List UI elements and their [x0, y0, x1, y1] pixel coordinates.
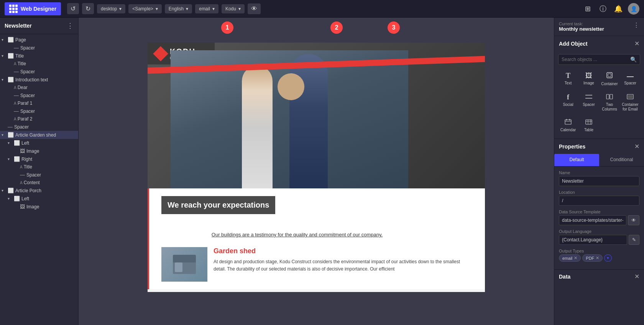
tree-item-article-garden[interactable]: ▾ ⬜ Article Garden shed [0, 131, 78, 139]
user-avatar[interactable]: 👤 [628, 3, 639, 15]
current-task: Current task: Monthly newsletter [559, 21, 604, 32]
prop-datasource-input[interactable] [559, 215, 626, 225]
tree-item-right[interactable]: ▾ ⬜ Right [0, 155, 78, 163]
obj-two-columns-label: Two Columns [601, 102, 618, 112]
channel-dropdown[interactable]: email ▾ [195, 4, 219, 13]
obj-calendar-label: Calendar [560, 128, 576, 132]
theme-dropdown[interactable]: Kodu ▾ [222, 4, 245, 13]
tree-item-spacer5[interactable]: — Spacer [0, 123, 78, 131]
notifications-button[interactable]: 🔔 [613, 3, 624, 15]
prop-name-input[interactable] [559, 176, 639, 186]
tab-conditional[interactable]: Conditional [599, 154, 644, 166]
svg-rect-0 [607, 73, 612, 78]
tree-item-content[interactable]: A Content [0, 179, 78, 186]
tree-arrow-garden: ▾ [2, 133, 8, 137]
current-task-more-button[interactable]: ⋮ [633, 21, 639, 29]
tree-item-image2[interactable]: 🖼 Image [0, 203, 78, 211]
obj-container[interactable]: Container [600, 69, 619, 89]
preview-button[interactable]: 👁 [248, 3, 261, 14]
tree-item-paraf1[interactable]: A Paraf 1 [0, 99, 78, 107]
marker-3: 3 [388, 21, 400, 34]
tree-item-spacer6[interactable]: — Spacer [0, 171, 78, 179]
tag-add-button[interactable]: ▾ [604, 254, 612, 262]
sidebar-menu-button[interactable]: ⋮ [67, 21, 74, 30]
para2-text: {Sender.Name} also offers additional sol… [161, 238, 473, 243]
search-icon: 🔍 [630, 56, 637, 63]
data-section-close-button[interactable]: ✕ [634, 273, 639, 280]
prop-language-edit-button[interactable]: ✎ [629, 235, 639, 245]
tree-label-title: Title [18, 61, 26, 66]
tree-item-title2[interactable]: A Title [0, 163, 78, 171]
tree-label-spacer3: Spacer [20, 93, 35, 98]
tree-item-spacer3[interactable]: — Spacer [0, 91, 78, 99]
obj-social-label: Social [563, 102, 573, 107]
template-dropdown[interactable]: <Sample> ▾ [128, 4, 162, 13]
obj-spacer2[interactable]: Spacer [579, 90, 599, 115]
obj-two-columns[interactable]: Two Columns [600, 90, 619, 115]
para1-link[interactable]: Our buildings are a testimony for the qu… [212, 232, 383, 238]
tree-label-image2: Image [26, 204, 39, 210]
garden-icon: ⬜ [8, 132, 14, 138]
tree-item-left2[interactable]: ▾ ⬜ Left [0, 195, 78, 203]
container-email-obj-icon [627, 93, 634, 101]
obj-social[interactable]: f Social [558, 90, 578, 115]
redo-button[interactable]: ↻ [82, 3, 94, 14]
obj-image[interactable]: 🖼 Image [579, 69, 599, 89]
svg-rect-5 [606, 94, 609, 99]
email-header-image: KODU Living today & tomorrow [148, 43, 485, 188]
prop-location-input[interactable] [559, 196, 639, 206]
properties-close-button[interactable]: ✕ [634, 143, 639, 150]
tree-arrow-title: ▾ [2, 54, 8, 58]
svg-rect-13 [586, 120, 592, 124]
prop-datasource-label: Data Source Template [559, 210, 639, 214]
tree-item-intro[interactable]: ▾ ⬜ Introduction text [0, 76, 78, 84]
prop-language-input[interactable] [559, 235, 627, 245]
tree-label-left2: Left [21, 196, 29, 201]
search-input[interactable] [562, 57, 630, 62]
tree-item-spacer2[interactable]: — Spacer [0, 68, 78, 76]
sidebar-title: Newsletter [5, 23, 32, 29]
left-accent-bar [148, 188, 149, 289]
tree-item-title[interactable]: A Title [0, 60, 78, 68]
prop-datasource-view-button[interactable]: 👁 [628, 215, 639, 225]
tab-default[interactable]: Default [554, 154, 599, 166]
svg-rect-1 [608, 74, 611, 77]
tree-item-left[interactable]: ▾ ⬜ Left [0, 139, 78, 147]
content-type-icon: A [20, 181, 23, 185]
obj-spacer[interactable]: Spacer [620, 69, 640, 89]
obj-calendar[interactable]: Calendar [558, 115, 578, 135]
info-button[interactable]: ⓘ [597, 3, 609, 15]
obj-spacer-label: Spacer [624, 81, 636, 86]
device-dropdown[interactable]: desktop ▾ [97, 4, 125, 13]
article-body: At design and production stage, Kodu Con… [214, 258, 473, 273]
obj-table[interactable]: Table [579, 115, 599, 135]
spacer1-icon: — [14, 45, 19, 51]
language-dropdown[interactable]: English ▾ [165, 4, 192, 13]
tag-email-remove-button[interactable]: ✕ [574, 256, 577, 261]
undo-button[interactable]: ↺ [67, 3, 79, 14]
tree-item-spacer4[interactable]: — Spacer [0, 107, 78, 115]
tree-item-title-group[interactable]: ▾ ⬜ Title [0, 52, 78, 60]
obj-container-email[interactable]: Container for Email [620, 90, 640, 115]
email-body: We reach your expectations Dear {Contact… [148, 188, 485, 289]
obj-table-label: Table [584, 128, 593, 132]
tree-item-spacer1[interactable]: ▾ — Spacer [0, 44, 78, 52]
obj-text[interactable]: T Text [558, 69, 578, 89]
tree-item-page[interactable]: ▾ ⬜ Page [0, 36, 78, 44]
tree-item-paraf2[interactable]: A Paraf 2 [0, 115, 78, 123]
grid-view-button[interactable]: ⊞ [582, 3, 593, 15]
tree-item-dear[interactable]: A Dear [0, 84, 78, 91]
prop-location-label: Location [559, 190, 639, 195]
tree-item-image1[interactable]: 🖼 Image [0, 147, 78, 155]
tag-pdf-label: PDF [586, 256, 594, 261]
tree-label-spacer2: Spacer [20, 69, 35, 74]
brand-logo[interactable]: Web Designer [5, 2, 61, 15]
template-chevron-icon: ▾ [156, 6, 158, 12]
channel-chevron-icon: ▾ [212, 6, 215, 12]
image2-icon: 🖼 [20, 204, 25, 210]
tag-pdf-remove-button[interactable]: ✕ [596, 256, 599, 261]
article-title: Garden shed [214, 247, 473, 255]
tree-item-article-porch[interactable]: ▾ ⬜ Article Porch [0, 186, 78, 195]
prop-name-row: Name [559, 170, 639, 186]
add-object-close-button[interactable]: ✕ [634, 40, 639, 47]
